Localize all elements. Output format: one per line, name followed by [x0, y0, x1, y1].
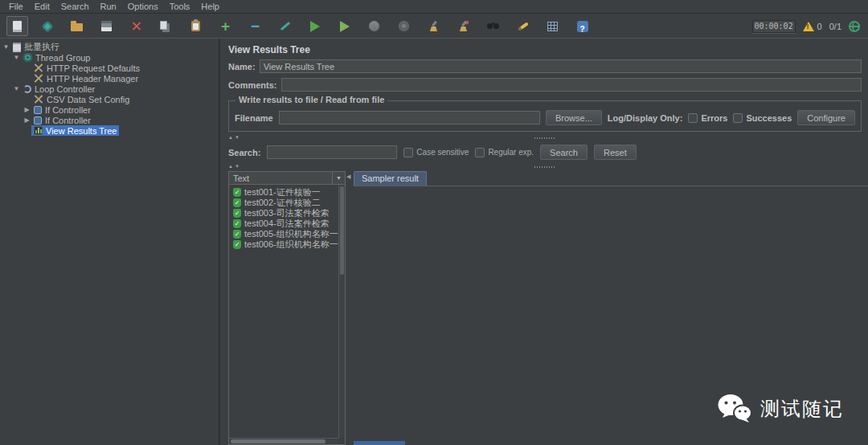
result-item-label: test005-组织机构名称一致性核验 — [244, 229, 345, 239]
start-button[interactable] — [304, 16, 326, 36]
search-label: Search: — [228, 148, 260, 157]
tree-row-if-controller-2[interactable]: If Controller — [0, 115, 219, 125]
splitter-arrows-icon[interactable] — [228, 164, 241, 169]
new-file-button[interactable] — [6, 16, 28, 36]
log-errors-indicator[interactable]: 0 — [803, 22, 822, 31]
open-button[interactable] — [66, 16, 88, 36]
menu-run[interactable]: Run — [95, 1, 122, 12]
splitter-middle[interactable] — [222, 163, 868, 170]
tree-row-thread-group[interactable]: Thread Group — [0, 52, 219, 63]
collapse-icon[interactable] — [12, 54, 21, 61]
success-icon — [233, 198, 241, 207]
name-label: Name: — [228, 62, 256, 71]
expand-add-button[interactable] — [215, 16, 236, 36]
chevron-down-icon — [332, 172, 345, 184]
browse-button[interactable]: Browse... — [546, 110, 602, 125]
name-input[interactable] — [260, 59, 862, 73]
checkbox-icon — [733, 113, 743, 123]
regular-exp-checkbox[interactable]: Regular exp. — [475, 148, 534, 157]
menu-options[interactable]: Options — [122, 1, 164, 12]
reset-button[interactable]: Reset — [594, 145, 637, 160]
menu-tools[interactable]: Tools — [164, 1, 196, 12]
tree-row-http-header-manager[interactable]: HTTP Header Manager — [0, 73, 219, 84]
tree-node-label: 批量执行 — [24, 41, 59, 53]
remote-globe-icon — [849, 21, 860, 32]
comments-input[interactable] — [281, 78, 862, 92]
results-horizontal-scrollbar[interactable] — [229, 438, 338, 444]
successes-checkbox[interactable]: Successes — [733, 113, 792, 123]
configure-button[interactable]: Configure — [797, 110, 855, 125]
scrollbar-thumb[interactable] — [231, 439, 326, 443]
menu-help[interactable]: Help — [195, 1, 225, 12]
result-item[interactable]: test006-组织机构名称一致性核验 — [229, 239, 345, 250]
errors-checkbox[interactable]: Errors — [688, 113, 727, 123]
view-mode-select[interactable]: Text — [228, 171, 346, 185]
menu-search[interactable]: Search — [55, 1, 95, 12]
errors-label: Errors — [701, 113, 727, 123]
collapse-remove-button[interactable] — [244, 16, 266, 36]
case-sensitive-checkbox[interactable]: Case sensitive — [403, 148, 469, 157]
stop-button[interactable] — [363, 16, 385, 36]
help-button[interactable] — [571, 16, 593, 36]
tree-row-http-request-defaults[interactable]: HTTP Request Defaults — [0, 63, 219, 73]
shutdown-button[interactable] — [393, 16, 415, 36]
search-button[interactable]: Search — [540, 145, 588, 160]
config-wrench-icon — [34, 95, 43, 104]
tree-row-view-results-tree[interactable]: View Results Tree — [0, 125, 219, 136]
tree-node-label: Thread Group — [35, 53, 90, 63]
save-button[interactable] — [96, 16, 117, 36]
name-row: Name: — [228, 59, 862, 73]
scrollbar-thumb[interactable] — [340, 186, 344, 275]
tree-row-if-controller-1[interactable]: If Controller — [0, 104, 219, 115]
stop-icon — [369, 21, 379, 31]
result-item[interactable]: test003-司法案件检索 — [229, 208, 345, 218]
tab-sampler-result[interactable]: Sampler result — [354, 171, 427, 186]
function-helper-button[interactable] — [542, 16, 563, 36]
regular-exp-label: Regular exp. — [488, 148, 534, 157]
menu-file[interactable]: File — [3, 1, 29, 12]
success-icon — [233, 209, 241, 218]
splitter-top[interactable] — [222, 134, 868, 141]
collapse-icon[interactable] — [12, 85, 21, 92]
start-no-pauses-button[interactable] — [334, 16, 355, 36]
result-item[interactable]: test005-组织机构名称一致性核验 — [229, 229, 345, 239]
search-toolbar-button[interactable] — [482, 16, 504, 36]
wechat-icon — [717, 394, 752, 424]
cut-button[interactable] — [125, 16, 147, 36]
clear-button[interactable] — [423, 16, 444, 36]
paste-icon — [191, 21, 200, 31]
copy-button[interactable] — [155, 16, 177, 36]
clear-all-button[interactable] — [452, 16, 474, 36]
filename-input[interactable] — [279, 111, 540, 125]
results-vertical-scrollbar[interactable] — [338, 185, 345, 438]
toggle-button[interactable] — [274, 16, 296, 36]
if-controller-icon — [34, 106, 42, 114]
expand-icon[interactable] — [23, 106, 31, 113]
tree-row-loop-controller[interactable]: Loop Controller — [0, 84, 219, 94]
expand-icon[interactable] — [23, 116, 31, 124]
search-input[interactable] — [267, 145, 397, 159]
open-folder-icon — [71, 23, 83, 31]
tree-node-label: HTTP Request Defaults — [47, 63, 140, 73]
collapse-icon[interactable] — [2, 43, 10, 51]
checkbox-icon — [403, 148, 413, 157]
tree-row-csv-data-set-config[interactable]: CSV Data Set Config — [0, 94, 219, 104]
collapse-left-icon[interactable] — [346, 174, 350, 180]
templates-button[interactable] — [36, 16, 58, 36]
search-reset-button[interactable] — [512, 16, 534, 36]
splitter-arrows-icon[interactable] — [228, 135, 241, 140]
result-item[interactable]: test002-证件核验二 — [229, 198, 345, 208]
loop-controller-icon — [23, 85, 31, 93]
splitter-grip[interactable] — [534, 137, 555, 139]
menu-edit[interactable]: Edit — [29, 1, 55, 12]
paste-button[interactable] — [185, 16, 207, 36]
tree-row-test-plan[interactable]: 批量执行 — [0, 42, 219, 52]
right-scrollbar-thumb[interactable] — [354, 441, 405, 445]
results-divider[interactable] — [346, 171, 354, 445]
result-item[interactable]: test001-证件核验一 — [229, 187, 345, 198]
result-item[interactable]: test004-司法案件检索 — [229, 218, 345, 229]
success-icon — [233, 230, 241, 239]
function-helper-icon — [547, 22, 558, 31]
splitter-grip[interactable] — [534, 166, 555, 168]
help-icon — [577, 21, 588, 32]
